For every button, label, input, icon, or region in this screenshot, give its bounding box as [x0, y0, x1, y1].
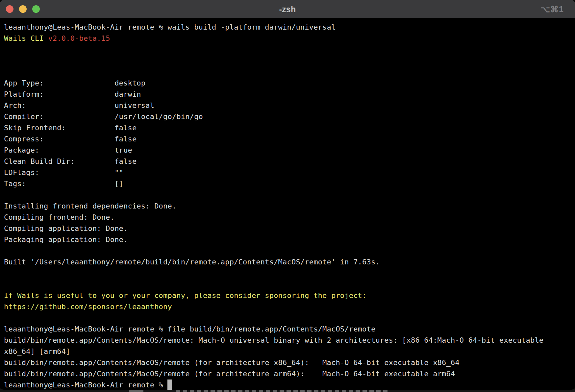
terminal-text-segment: leaanthony@Leas-MacBook-Air remote % fil…	[4, 325, 375, 333]
terminal-text-segment: Built '/Users/leaanthony/remote/build/bi…	[4, 258, 380, 266]
minimize-button[interactable]	[19, 5, 27, 13]
terminal-line: LDFlags: ""	[4, 167, 575, 178]
terminal-line: Compiling frontend: Done.	[4, 212, 575, 223]
window-title: -zsh	[279, 4, 296, 14]
terminal-line	[4, 312, 575, 324]
traffic-lights	[6, 0, 40, 18]
terminal-line: leaanthony@Leas-MacBook-Air remote %	[4, 380, 575, 390]
terminal-text-segment: Compress: false	[4, 135, 137, 143]
terminal-text-segment: build/bin/remote.app/Contents/MacOS/remo…	[4, 336, 543, 344]
close-button[interactable]	[6, 5, 13, 13]
window-keyboard-shortcut: ⌥⌘1	[540, 4, 564, 14]
terminal-line: Platform: darwin	[4, 89, 575, 100]
background-text-fragment	[129, 390, 143, 392]
terminal-text-segment: build/bin/remote.app/Contents/MacOS/remo…	[4, 370, 455, 378]
terminal-text-segment: Installing frontend dependencies: Done.	[4, 202, 176, 210]
terminal-line: Compiling application: Done.	[4, 223, 575, 234]
terminal-text-segment: Clean Build Dir: false	[4, 157, 137, 165]
terminal-text-segment: build/bin/remote.app/Contents/MacOS/remo…	[4, 358, 460, 367]
terminal-line: leaanthony@Leas-MacBook-Air remote % fil…	[4, 324, 575, 335]
terminal-line: Clean Build Dir: false	[4, 156, 575, 167]
terminal-line: Arch: universal	[4, 100, 575, 111]
terminal-window: -zsh ⌥⌘1 leaanthony@Leas-MacBook-Air rem…	[0, 0, 575, 390]
terminal-line	[4, 245, 575, 257]
terminal-text-segment: Arch: universal	[4, 101, 154, 110]
terminal-line: build/bin/remote.app/Contents/MacOS/remo…	[4, 357, 575, 368]
terminal-text-segment: leaanthony@Leas-MacBook-Air remote %	[4, 381, 167, 389]
terminal-screen[interactable]: leaanthony@Leas-MacBook-Air remote % wai…	[0, 18, 575, 390]
terminal-line: Built '/Users/leaanthony/remote/build/bi…	[4, 257, 575, 268]
terminal-line: x86_64] [arm64]	[4, 346, 575, 357]
terminal-text-segment: x86_64] [arm64]	[4, 347, 70, 355]
terminal-text-segment: leaanthony@Leas-MacBook-Air remote % wai…	[4, 23, 336, 31]
terminal-line: build/bin/remote.app/Contents/MacOS/remo…	[4, 368, 575, 380]
terminal-line: Wails CLI v2.0.0-beta.15	[4, 33, 575, 44]
terminal-text-segment: Package: true	[4, 146, 132, 154]
background-window-sliver	[0, 389, 575, 392]
terminal-cursor	[167, 380, 172, 390]
terminal-text-segment: App Type: desktop	[4, 79, 145, 87]
terminal-line: Installing frontend dependencies: Done.	[4, 201, 575, 212]
terminal-text-segment: v2.0.0-beta.15	[48, 34, 110, 42]
background-text-fragment	[176, 390, 388, 392]
terminal-line	[4, 189, 575, 201]
terminal-text-segment: Compiling application: Done.	[4, 224, 128, 233]
terminal-line	[4, 268, 575, 279]
terminal-text-segment: Packaging application: Done.	[4, 235, 128, 244]
window-titlebar[interactable]: -zsh ⌥⌘1	[0, 0, 575, 18]
terminal-text-segment: Compiling frontend: Done.	[4, 213, 114, 221]
terminal-text-segment: Skip Frontend: false	[4, 124, 137, 132]
terminal-line: build/bin/remote.app/Contents/MacOS/remo…	[4, 335, 575, 346]
terminal-line: If Wails is useful to you or your compan…	[4, 290, 575, 301]
terminal-text-segment: Wails CLI	[4, 34, 48, 42]
terminal-line	[4, 55, 575, 66]
terminal-line	[4, 44, 575, 55]
terminal-line: Tags: []	[4, 178, 575, 189]
terminal-line	[4, 279, 575, 290]
terminal-line: Skip Frontend: false	[4, 122, 575, 134]
terminal-text-segment: LDFlags: ""	[4, 168, 123, 177]
terminal-text-segment: https://github.com/sponsors/leaanthony	[4, 303, 172, 311]
terminal-text-segment: Platform: darwin	[4, 90, 141, 98]
terminal-line: https://github.com/sponsors/leaanthony	[4, 301, 575, 312]
terminal-line: Packaging application: Done.	[4, 234, 575, 245]
terminal-text-segment: If Wails is useful to you or your compan…	[4, 291, 367, 300]
terminal-line: App Type: desktop	[4, 78, 575, 89]
terminal-line: Compress: false	[4, 134, 575, 145]
terminal-line	[4, 66, 575, 78]
terminal-text-segment: Tags: []	[4, 180, 123, 188]
terminal-line: Compiler: /usr/local/go/bin/go	[4, 111, 575, 122]
terminal-text-segment: Compiler: /usr/local/go/bin/go	[4, 112, 203, 121]
terminal-line: Package: true	[4, 145, 575, 156]
zoom-button[interactable]	[32, 5, 40, 13]
terminal-line: leaanthony@Leas-MacBook-Air remote % wai…	[4, 22, 575, 33]
